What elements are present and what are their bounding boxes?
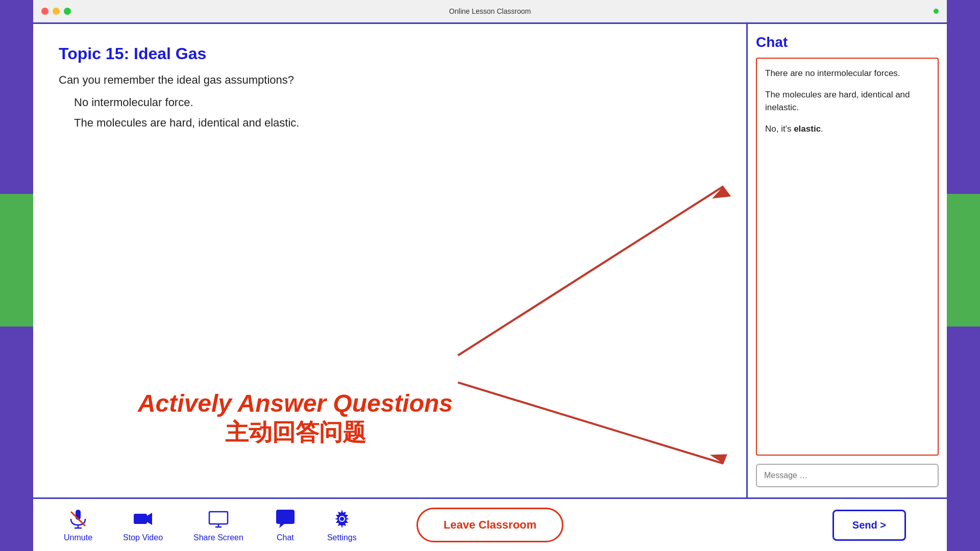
chat-input[interactable]: [756, 464, 939, 487]
window-controls: [41, 8, 71, 15]
chat-message-1: There are no intermolecular forces.: [765, 67, 929, 80]
status-dot: [934, 9, 939, 14]
chat-title: Chat: [756, 34, 939, 51]
svg-rect-10: [209, 512, 228, 524]
main-window: Online Lesson Classroom Topic 15: Ideal …: [33, 0, 947, 551]
gear-icon: [331, 508, 353, 530]
svg-marker-9: [147, 513, 152, 525]
video-icon: [132, 508, 154, 530]
minimize-button[interactable]: [53, 8, 60, 15]
answer-1: No intermolecular force.: [74, 96, 721, 109]
side-left: [0, 0, 33, 551]
svg-marker-1: [712, 186, 731, 198]
close-button[interactable]: [41, 8, 48, 15]
chat-input-area: [756, 464, 939, 487]
chat-messages: There are no intermolecular forces. The …: [756, 58, 939, 456]
share-screen-button[interactable]: Share Screen: [193, 508, 243, 542]
chat-message-3: No, it's elastic.: [765, 122, 929, 136]
lesson-area: Topic 15: Ideal Gas Can you remember the…: [33, 24, 748, 497]
chat-label: Chat: [277, 533, 294, 542]
share-screen-label: Share Screen: [193, 533, 243, 542]
chat-icon: [274, 508, 297, 530]
unmute-button[interactable]: Unmute: [64, 508, 92, 542]
annotation-english: Actively Answer Questions: [59, 389, 532, 418]
maximize-button[interactable]: [64, 8, 71, 15]
stop-video-label: Stop Video: [123, 533, 163, 542]
svg-line-0: [458, 186, 723, 355]
leave-classroom-button[interactable]: Leave Classroom: [416, 508, 564, 542]
microphone-icon: [67, 508, 89, 530]
answer-2: The molecules are hard, identical and el…: [74, 116, 721, 130]
annotation-chinese: 主动回答问题: [59, 418, 532, 446]
toolbar: Unmute Stop Video Share Screen Chat: [33, 497, 947, 551]
svg-rect-8: [134, 514, 147, 524]
chat-panel: Chat There are no intermolecular forces.…: [748, 24, 947, 497]
screen-share-icon: [207, 508, 230, 530]
side-right: [947, 0, 980, 551]
chat-button[interactable]: Chat: [274, 508, 297, 542]
content-area: Topic 15: Ideal Gas Can you remember the…: [33, 22, 947, 497]
settings-button[interactable]: Settings: [327, 508, 357, 542]
svg-point-15: [340, 517, 344, 521]
stop-video-button[interactable]: Stop Video: [123, 508, 163, 542]
settings-label: Settings: [327, 533, 357, 542]
svg-marker-3: [710, 454, 727, 464]
send-button[interactable]: Send >: [832, 510, 906, 541]
titlebar: Online Lesson Classroom: [33, 0, 947, 22]
topic-title: Topic 15: Ideal Gas: [59, 44, 721, 63]
unmute-label: Unmute: [64, 533, 92, 542]
lesson-question: Can you remember the ideal gas assumptio…: [59, 73, 721, 87]
chat-message-2: The molecules are hard, identical and in…: [765, 88, 929, 114]
window-title: Online Lesson Classroom: [449, 7, 531, 15]
